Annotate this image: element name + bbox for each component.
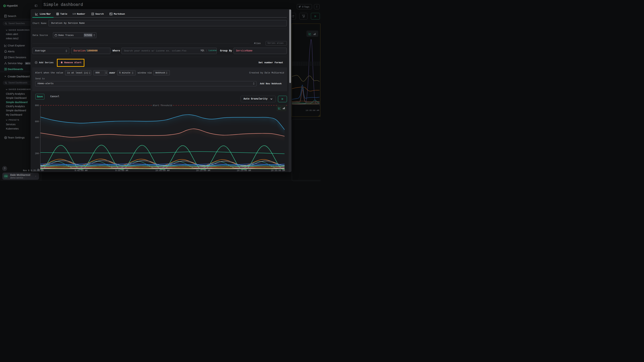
svg-text:10:35:00 AM: 10:35:00 AM: [271, 169, 285, 172]
svg-text:600: 600: [35, 120, 39, 123]
svg-text:800: 800: [35, 104, 39, 107]
svg-text:Nov 6 9:35:00 AM: Nov 6 9:35:00 AM: [23, 169, 44, 172]
svg-text:400: 400: [35, 137, 39, 139]
svg-text:Alert Threshold: Alert Threshold: [153, 104, 172, 107]
svg-text:200: 200: [35, 152, 39, 155]
